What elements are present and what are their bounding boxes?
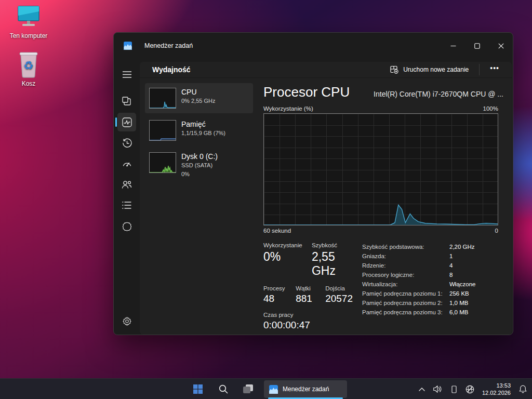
sidebar-item-startup-apps[interactable]: [117, 154, 136, 173]
perf-item-detail2: 0%: [181, 170, 218, 178]
spec-label: Gniazda:: [362, 251, 449, 261]
tray-device-button[interactable]: [448, 382, 460, 396]
more-options-button[interactable]: •••: [485, 62, 504, 77]
tray-clock[interactable]: 13:53 12.02.2026: [480, 382, 513, 397]
tray-device-icon: [451, 385, 457, 393]
sidebar-item-settings[interactable]: [117, 312, 136, 330]
perf-item-memory[interactable]: Pamięć 1,1/15,9 GB (7%): [145, 115, 253, 145]
disk-mini-graph: [149, 152, 176, 173]
spec-value: Włączone: [449, 280, 476, 289]
cpu-stats: Wykorzystanie 0% Szybkość 2,55 GHz: [263, 242, 362, 335]
spec-label: Rdzenie:: [362, 261, 449, 270]
close-icon: [498, 43, 504, 49]
cpu-title: Procesor CPU: [263, 84, 350, 100]
menu-toggle-button[interactable]: [117, 65, 136, 84]
sidebar-item-processes[interactable]: [117, 92, 136, 111]
performance-list: CPU 0% 2,55 GHz Pamięć 1,1/15,9 GB (7%): [145, 83, 253, 335]
users-icon: [122, 180, 132, 189]
minimize-icon: [450, 43, 456, 49]
system-tray: 13:53 12.02.2026: [416, 379, 529, 399]
graph-x-left: 60 sekund: [263, 228, 291, 234]
taskbar: Menedżer zadań: [0, 378, 532, 399]
graph-x-right: 0: [495, 228, 498, 234]
cpu-detail-pane: Procesor CPU Intel(R) Core(TM) i7-2670QM…: [263, 83, 503, 335]
graph-ymax: 100%: [483, 105, 498, 112]
task-view-button[interactable]: [239, 381, 258, 397]
stat-label: Wykorzystanie: [263, 242, 302, 248]
new-task-icon: [390, 65, 398, 74]
panel-header: Wydajność Uruchom nowe zad: [140, 62, 512, 78]
tray-network-button[interactable]: [464, 382, 476, 396]
sidebar: [114, 59, 140, 335]
perf-item-name: CPU: [181, 88, 215, 96]
search-button[interactable]: [214, 381, 233, 397]
taskbar-task-manager-button[interactable]: Menedżer zadań: [264, 380, 347, 398]
bell-icon: [519, 385, 527, 393]
stat-label: Procesy: [263, 285, 286, 291]
stat-label: Dojścia: [325, 285, 353, 291]
close-button[interactable]: [489, 33, 513, 59]
perf-item-detail: 0% 2,55 GHz: [181, 97, 215, 105]
cpu-model: Intel(R) Core(TM) i7-2670QM CPU @ ...: [361, 90, 503, 98]
perf-item-disk0[interactable]: Dysk 0 (C:) SSD (SATA) 0%: [145, 148, 253, 183]
desktop-icon-this-pc[interactable]: Ten komputer: [7, 4, 50, 39]
startup-apps-icon: [122, 159, 132, 169]
stat-value-handles: 20572: [325, 293, 353, 304]
stat-value-threads: 881: [296, 293, 316, 304]
settings-gear-icon: [122, 316, 132, 326]
notifications-button[interactable]: [516, 382, 529, 396]
stat-label: Szybkość: [312, 242, 353, 248]
sidebar-item-performance[interactable]: [117, 113, 136, 131]
speaker-icon: [433, 385, 442, 393]
hamburger-icon: [123, 71, 131, 78]
stat-label: Czas pracy: [263, 312, 310, 318]
desktop-icon-label: Kosz: [22, 80, 36, 87]
run-new-task-button[interactable]: Uruchom nowe zadanie: [385, 62, 474, 77]
sidebar-item-services[interactable]: [117, 217, 136, 235]
perf-item-name: Dysk 0 (C:): [181, 152, 218, 161]
desktop-icon-recycle-bin[interactable]: ♻ Kosz: [7, 51, 50, 87]
maximize-button[interactable]: [465, 33, 489, 59]
memory-mini-graph: [149, 120, 176, 141]
search-icon: [219, 384, 228, 394]
minimize-button[interactable]: [441, 33, 465, 59]
window-titlebar[interactable]: Menedżer zadań: [114, 33, 513, 59]
stat-value-speed: 2,55 GHz: [312, 250, 353, 278]
window-title: Menedżer zadań: [144, 42, 193, 49]
clock-time: 13:53: [482, 382, 511, 389]
spec-label: Pamięć podręczna poziomu 3:: [362, 308, 449, 317]
spec-label: Procesory logiczne:: [362, 270, 449, 280]
sidebar-item-details[interactable]: [117, 196, 136, 215]
perf-item-detail: SSD (SATA): [181, 162, 218, 169]
sidebar-item-app-history[interactable]: [117, 134, 136, 152]
maximize-icon: [474, 43, 480, 49]
task-manager-app-icon: [124, 42, 132, 50]
tray-volume-button[interactable]: [432, 382, 444, 396]
task-manager-window: Menedżer zadań: [113, 32, 513, 335]
desktop-icon-label: Ten komputer: [10, 32, 48, 39]
clock-date: 12.02.2026: [482, 389, 511, 396]
performance-icon: [122, 117, 132, 127]
main-panel: Wydajność Uruchom nowe zad: [140, 62, 512, 335]
spec-value: 4: [449, 261, 453, 270]
task-manager-taskbar-icon: [269, 385, 278, 394]
start-button[interactable]: [189, 381, 207, 397]
perf-item-cpu[interactable]: CPU 0% 2,55 GHz: [145, 83, 253, 113]
spec-value: 8: [449, 270, 453, 280]
cpu-mini-graph: [149, 88, 176, 109]
spec-label: Wirtualizacja:: [362, 280, 449, 289]
details-icon: [122, 202, 131, 209]
this-pc-monitor-icon: [15, 4, 42, 30]
graph-ylabel: Wykorzystanie (%): [263, 105, 313, 112]
cpu-utilization-graph[interactable]: [263, 113, 498, 225]
stat-label: Wątki: [296, 285, 316, 291]
spec-label: Pamięć podręczna poziomu 2:: [362, 298, 449, 308]
chevron-up-icon: [419, 388, 425, 391]
app-history-icon: [122, 138, 132, 148]
sidebar-item-users[interactable]: [117, 175, 136, 194]
tray-overflow-button[interactable]: [416, 382, 428, 396]
task-view-icon: [243, 384, 254, 394]
globe-no-internet-icon: [466, 385, 474, 394]
windows-logo-icon: [193, 384, 203, 394]
spec-value: 6,0 MB: [449, 308, 468, 317]
